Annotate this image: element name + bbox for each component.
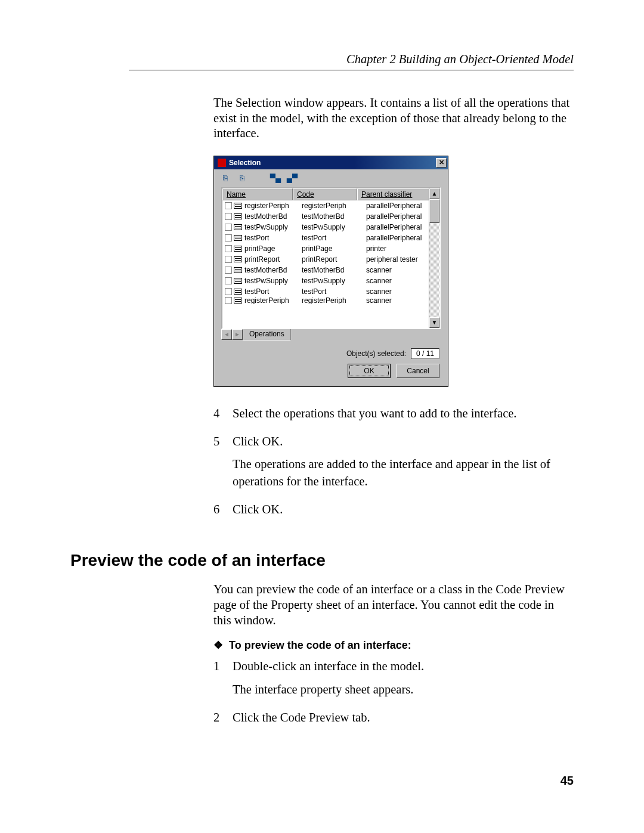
step-text: Double-click an interface in the model.T… (233, 658, 574, 704)
operation-icon (234, 278, 242, 284)
tab-operations[interactable]: Operations (243, 329, 291, 340)
row-name: testPwSupply (244, 223, 302, 231)
row-checkbox[interactable] (225, 277, 232, 284)
list-row[interactable]: testPwSupplytestPwSupplyparallelPeripher… (222, 222, 429, 233)
operation-icon (234, 203, 242, 209)
list-row[interactable]: printPageprintPageprinter (222, 243, 429, 254)
row-parent: scanner (366, 277, 429, 285)
row-checkbox[interactable] (225, 213, 232, 220)
running-head: Chapter 2 Building an Object-Oriented Mo… (129, 52, 574, 70)
scroll-up-icon[interactable]: ▲ (429, 188, 439, 199)
row-name: registerPeriph (244, 202, 302, 210)
list-row[interactable]: testPorttestPortparallelPeripheral (222, 233, 429, 243)
intro-paragraph: The Selection window appears. It contain… (213, 95, 574, 141)
operation-icon (234, 298, 242, 304)
row-checkbox[interactable] (225, 245, 232, 252)
status-line: Object(s) selected: 0 / 11 (214, 342, 448, 361)
row-name: testMotherBd (244, 212, 302, 221)
tab-scroll-left-icon[interactable]: ◄ (221, 329, 232, 340)
step-number: 2 (213, 709, 233, 732)
row-code: printReport (302, 255, 366, 264)
dialog-toolbar: ⎘ ⎘ ▀▄ ▄▀ (214, 169, 448, 187)
row-parent: scanner (366, 266, 429, 274)
row-code: testPort (302, 287, 366, 296)
row-code: testPort (302, 234, 366, 242)
selection-dialog-screenshot: Selection ✕ ⎘ ⎘ ▀▄ ▄▀ Name Code Parent c… (213, 156, 574, 387)
list-row[interactable]: testPorttestPortscanner (222, 286, 429, 297)
section-paragraph: You can preview the code of an interface… (213, 582, 574, 628)
list-row[interactable]: printReportprintReportperipheral tester (222, 254, 429, 265)
operation-icon (234, 224, 242, 230)
row-checkbox[interactable] (225, 224, 232, 231)
row-name: printPage (244, 244, 302, 253)
close-icon[interactable]: ✕ (436, 158, 447, 168)
row-parent: peripheral tester (366, 255, 429, 264)
row-parent: parallelPeripheral (366, 202, 429, 210)
row-name: testPort (244, 234, 302, 242)
row-name: printReport (244, 255, 302, 264)
toolbar-button-1[interactable]: ⎘ (219, 172, 232, 184)
list-row[interactable]: registerPeriphregisterPeriphparallelPeri… (222, 200, 429, 211)
operations-list[interactable]: Name Code Parent classifier registerPeri… (221, 187, 441, 329)
scroll-thumb[interactable] (429, 199, 439, 223)
column-parent[interactable]: Parent classifier (357, 188, 439, 200)
operation-icon (234, 267, 242, 273)
section-heading: Preview the code of an interface (70, 551, 574, 570)
list-row[interactable]: testPwSupplytestPwSupplyscanner (222, 275, 429, 286)
list-row[interactable]: testMotherBdtestMotherBdscanner (222, 265, 429, 275)
vertical-scrollbar[interactable]: ▲ ▼ (429, 188, 439, 328)
numbered-step: 1Double-click an interface in the model.… (213, 658, 574, 704)
step-text: Click OK.The operations are added to the… (233, 433, 574, 496)
row-name: testMotherBd (244, 266, 302, 274)
row-code: testMotherBd (302, 212, 366, 221)
numbered-step: 6Click OK. (213, 501, 574, 524)
row-parent: scanner (366, 287, 429, 296)
dialog-titlebar: Selection ✕ (214, 156, 448, 169)
ok-button[interactable]: OK (348, 364, 391, 378)
dialog-title: Selection (229, 159, 261, 167)
numbered-step: 2Click the Code Preview tab. (213, 709, 574, 732)
row-checkbox[interactable] (225, 288, 232, 295)
row-checkbox[interactable] (225, 234, 232, 241)
list-row[interactable]: registerPeriphregisterPeriphscanner (222, 297, 429, 304)
numbered-step: 4Select the operations that you want to … (213, 405, 574, 428)
row-parent: scanner (366, 297, 429, 304)
numbered-step: 5Click OK.The operations are added to th… (213, 433, 574, 496)
row-code: printPage (302, 244, 366, 253)
toolbar-button-3[interactable]: ▀▄ (269, 172, 282, 184)
column-name[interactable]: Name (222, 188, 293, 200)
row-code: testPwSupply (302, 223, 366, 231)
row-parent: printer (366, 244, 429, 253)
step-number: 1 (213, 658, 233, 704)
procedure-heading: ❖ To preview the code of an interface: (213, 639, 574, 652)
column-code[interactable]: Code (293, 188, 357, 200)
diamond-bullet-icon: ❖ (213, 639, 223, 652)
row-parent: parallelPeripheral (366, 212, 429, 221)
row-name: registerPeriph (244, 297, 302, 304)
selection-count: 0 / 11 (411, 348, 439, 359)
row-checkbox[interactable] (225, 297, 232, 304)
cancel-button[interactable]: Cancel (397, 364, 439, 378)
operation-icon (234, 235, 242, 241)
page-number: 45 (561, 774, 574, 788)
step-number: 5 (213, 433, 233, 496)
toolbar-button-4[interactable]: ▄▀ (286, 172, 299, 184)
row-code: registerPeriph (302, 297, 366, 304)
operation-icon (234, 289, 242, 295)
step-text: Click the Code Preview tab. (233, 709, 574, 732)
row-checkbox[interactable] (225, 267, 232, 274)
step-number: 4 (213, 405, 233, 428)
row-code: testPwSupply (302, 277, 366, 285)
toolbar-button-2[interactable]: ⎘ (236, 172, 249, 184)
row-checkbox[interactable] (225, 256, 232, 263)
list-row[interactable]: testMotherBdtestMotherBdparallelPeripher… (222, 211, 429, 222)
scroll-down-icon[interactable]: ▼ (429, 317, 439, 328)
operation-icon (234, 256, 242, 262)
tab-strip: ◄ ► Operations (221, 329, 441, 342)
tab-scroll-right-icon[interactable]: ► (232, 329, 243, 340)
row-code: testMotherBd (302, 266, 366, 274)
step-number: 6 (213, 501, 233, 524)
row-code: registerPeriph (302, 202, 366, 210)
row-parent: parallelPeripheral (366, 234, 429, 242)
row-checkbox[interactable] (225, 202, 232, 209)
